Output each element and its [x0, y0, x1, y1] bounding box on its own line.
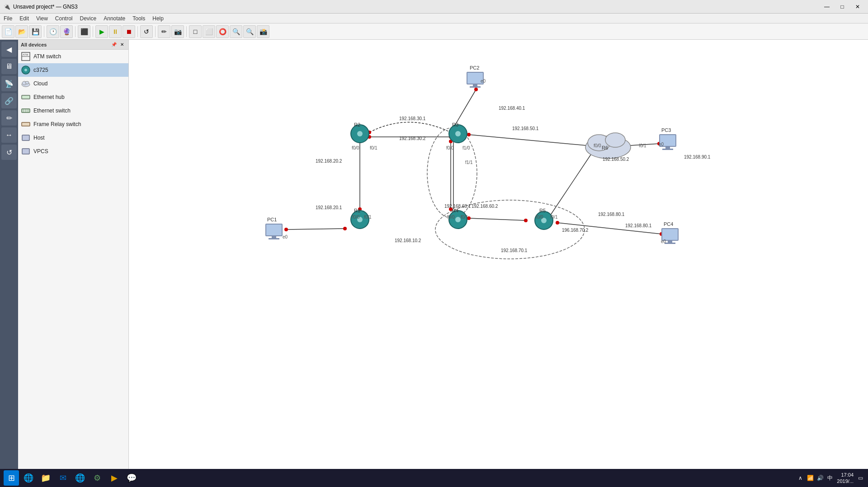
sidebar-capture-icon[interactable]: 🔗 — [1, 93, 17, 108]
svg-text:192.168.60.1: 192.168.60.1 — [444, 204, 471, 209]
maximize-button[interactable]: □ — [835, 2, 849, 12]
svg-text:f1/1: f1/1 — [465, 160, 473, 165]
devices-close-icon[interactable]: ✕ — [118, 41, 126, 48]
main-area: ◀ 🖥 📡 🔗 ✏ ↔ ↺ All devices 📌 ✕ ATMATM swi… — [0, 40, 868, 477]
tray-network-icon[interactable]: 📶 — [806, 474, 814, 482]
sidebar-zoom-icon[interactable]: ↔ — [1, 127, 17, 143]
svg-point-47 — [657, 142, 661, 145]
taskbar-app2-icon[interactable]: ▶ — [107, 470, 122, 486]
svg-text:f0/1: f0/1 — [370, 145, 377, 150]
svg-text:192.168.10.2: 192.168.10.2 — [395, 238, 421, 243]
menu-item-control[interactable]: Control — [52, 14, 76, 23]
tray-ime-icon[interactable]: 中 — [826, 474, 834, 482]
svg-point-4 — [24, 69, 27, 71]
toolbar-btn-11[interactable]: 📷 — [171, 25, 184, 38]
menu-item-annotate[interactable]: Annotate — [100, 14, 129, 23]
taskbar-edge-icon[interactable]: 🌐 — [21, 470, 36, 486]
svg-point-29 — [474, 88, 478, 91]
app-icon: 🔌 — [4, 4, 10, 10]
svg-point-49 — [343, 227, 347, 230]
taskbar-app1-icon[interactable]: ⚙ — [90, 470, 105, 486]
device-item-c3725[interactable]: c3725 — [18, 63, 128, 77]
device-label-ethernet-hub: Ethernet hub — [33, 94, 65, 100]
toolbar-btn-9[interactable]: ↺ — [140, 25, 153, 38]
svg-text:192.168.40.1: 192.168.40.1 — [499, 106, 525, 111]
devices-list: ATMATM switchc3725CloudEthernet hubEther… — [18, 50, 128, 477]
toolbar-btn-13[interactable]: ⬜ — [203, 25, 215, 38]
taskbar-mail-icon[interactable]: ✉ — [55, 470, 71, 486]
device-item-atm-switch[interactable]: ATMATM switch — [18, 50, 128, 63]
menu-item-device[interactable]: Device — [76, 14, 100, 23]
svg-point-43 — [592, 149, 595, 152]
sidebar-back-icon[interactable]: ◀ — [1, 42, 17, 57]
svg-point-44 — [556, 221, 559, 225]
svg-text:192.168.20.2: 192.168.20.2 — [316, 159, 342, 164]
svg-text:e0: e0 — [283, 234, 288, 239]
svg-text:f0/0: f0/0 — [447, 215, 455, 220]
hub-icon — [21, 92, 31, 102]
svg-rect-80 — [665, 146, 670, 149]
taskbar-clock[interactable]: 17:04 2019/... — [837, 472, 854, 485]
svg-point-35 — [358, 207, 362, 211]
tray-expand-icon[interactable]: ∧ — [796, 474, 804, 482]
svg-point-30 — [368, 131, 371, 134]
start-button[interactable]: ⊞ — [4, 470, 19, 486]
device-item-vpcs[interactable]: VPCS — [18, 145, 128, 158]
menu-item-file[interactable]: File — [0, 14, 16, 23]
toolbar-btn-0[interactable]: 📄 — [2, 25, 14, 38]
toolbar-btn-10[interactable]: ✏ — [158, 25, 170, 38]
svg-text:e0: e0 — [659, 142, 664, 147]
taskbar-browser2-icon[interactable]: 🌐 — [72, 470, 88, 486]
sidebar-annotation-icon[interactable]: ✏ — [1, 110, 17, 126]
svg-rect-14 — [22, 135, 29, 140]
svg-rect-8 — [22, 95, 30, 99]
menu-item-view[interactable]: View — [33, 14, 52, 23]
svg-point-56 — [351, 211, 369, 229]
device-item-ethernet-switch[interactable]: Ethernet switch — [18, 104, 128, 117]
toolbar-separator — [137, 26, 138, 37]
menu-item-help[interactable]: Help — [149, 14, 167, 23]
devices-pin-icon[interactable]: 📌 — [110, 41, 118, 48]
minimize-button[interactable]: — — [820, 2, 834, 12]
toolbar-btn-12[interactable]: □ — [189, 25, 202, 38]
titlebar-controls[interactable]: — □ ✕ — [820, 2, 864, 12]
toolbar-btn-15[interactable]: 🔍 — [230, 25, 242, 38]
close-button[interactable]: ✕ — [851, 2, 864, 12]
toolbar-btn-3[interactable]: 🕐 — [47, 25, 59, 38]
svg-rect-75 — [272, 236, 276, 238]
toolbar-btn-14[interactable]: ⭕ — [216, 25, 229, 38]
svg-rect-15 — [22, 149, 29, 154]
svg-text:192.168.80.1: 192.168.80.1 — [598, 212, 625, 217]
show-desktop-icon[interactable]: ▭ — [856, 474, 864, 482]
toolbar-btn-2[interactable]: 💾 — [29, 25, 42, 38]
sidebar-network-icon[interactable]: 📡 — [1, 76, 17, 91]
taskbar-explorer-icon[interactable]: 📁 — [38, 470, 53, 486]
device-item-frame-relay[interactable]: Frame Relay switch — [18, 117, 128, 131]
taskbar: ⊞ 🌐 📁 ✉ 🌐 ⚙ ▶ 💬 ∧ 📶 🔊 中 17:04 2019/... ▭ — [0, 469, 868, 487]
svg-text:PC3: PC3 — [661, 127, 671, 133]
menu-item-tools[interactable]: Tools — [129, 14, 149, 23]
toolbar-btn-1[interactable]: 📂 — [15, 25, 28, 38]
tray-volume-icon[interactable]: 🔊 — [816, 474, 824, 482]
sidebar-device-icon[interactable]: 🖥 — [1, 59, 17, 74]
svg-text:f0/1: f0/1 — [364, 215, 372, 220]
menu-item-edit[interactable]: Edit — [16, 14, 33, 23]
titlebar: 🔌 Unsaved project* — GNS3 — □ ✕ — [0, 0, 868, 14]
toolbar-btn-7[interactable]: ⏸ — [109, 25, 122, 38]
svg-point-39 — [590, 144, 593, 148]
sidebar-undo-icon[interactable]: ↺ — [1, 145, 17, 160]
svg-rect-85 — [668, 240, 672, 243]
toolbar-btn-17[interactable]: 📸 — [257, 25, 269, 38]
svg-text:192.168.80.1: 192.168.80.1 — [625, 223, 652, 228]
toolbar-btn-5[interactable]: ⬛ — [78, 25, 90, 38]
taskbar-wechat-icon[interactable]: 💬 — [124, 470, 139, 486]
toolbar-btn-6[interactable]: ▶ — [95, 25, 108, 38]
toolbar-btn-16[interactable]: 🔍 — [243, 25, 256, 38]
device-item-host[interactable]: Host — [18, 131, 128, 145]
device-item-ethernet-hub[interactable]: Ethernet hub — [18, 90, 128, 104]
toolbar-btn-8[interactable]: ⏹ — [123, 25, 135, 38]
device-item-cloud[interactable]: Cloud — [18, 77, 128, 90]
toolbar-btn-4[interactable]: 🔮 — [60, 25, 73, 38]
titlebar-left: 🔌 Unsaved project* — GNS3 — [4, 4, 78, 10]
canvas-area[interactable]: R2 R3 R1 R4 R5 — [129, 40, 868, 477]
